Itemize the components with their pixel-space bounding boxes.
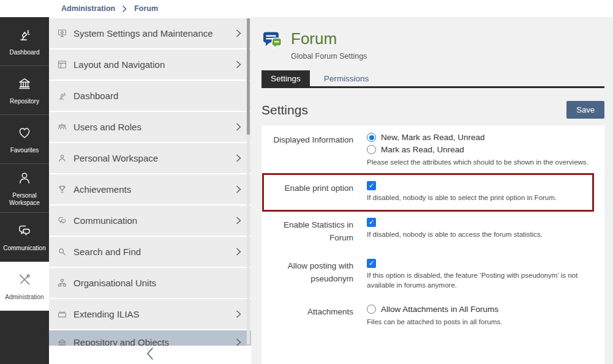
menu-item-label: System Settings and Maintenance (73, 28, 235, 39)
chevron-left-icon (145, 347, 155, 363)
form-row-enable-print-option: Enable print option ✓ If disabled, nobod… (264, 181, 592, 202)
menu-item-label: Achievements (73, 184, 235, 195)
menu-item-achievements[interactable]: Achievements (49, 174, 251, 204)
menu-item-label: Search and Find (73, 247, 235, 257)
page-title: Forum (291, 29, 367, 48)
main-nav-sidebar: Dashboard Repository Favourites Personal… (0, 17, 49, 364)
bank-icon (17, 76, 32, 94)
radio-unselected-icon[interactable] (367, 145, 376, 154)
menu-item-layout-navigation[interactable]: Layout and Navigation (49, 50, 251, 80)
admin-menu-list: System Settings and Maintenance Layout a… (49, 17, 251, 346)
tab-permissions[interactable]: Permissions (315, 70, 378, 86)
bank-icon (57, 337, 67, 346)
field-help: If this option is disabled, the feature … (367, 270, 604, 290)
breadcrumb: Administration Forum (61, 0, 158, 17)
menu-item-extending-ilias[interactable]: Extending ILIAS (49, 299, 251, 329)
sidebar-item-label: Personal Workspace (0, 192, 49, 207)
tab-bar: Settings Permissions (261, 70, 604, 88)
menu-item-label: Extending ILIAS (73, 309, 235, 319)
checkbox-checked-icon[interactable]: ✓ (367, 218, 376, 227)
page-subtitle: Global Forum Settings (291, 52, 367, 61)
trophy-icon (57, 184, 67, 195)
menu-item-label: Repository and Objects (73, 337, 235, 346)
brick-icon (57, 309, 67, 319)
menu-item-communication[interactable]: Communication (49, 206, 251, 236)
save-button[interactable]: Save (566, 101, 604, 119)
chevron-right-icon (235, 122, 243, 132)
top-bar: Administration Forum (0, 0, 613, 17)
checkbox-checked-icon[interactable]: ✓ (367, 259, 376, 268)
ilias-admin-forum-page: Administration Forum Dashboard Repositor… (0, 0, 613, 364)
chevron-right-icon (235, 185, 243, 194)
settings-form: Displayed Information New, Mark as Read,… (261, 125, 604, 364)
sidebar-item-dashboard[interactable]: Dashboard (0, 17, 49, 66)
sidebar-item-label: Favourites (9, 147, 41, 154)
scrollbar-thumb[interactable] (247, 18, 250, 135)
menu-item-label: Users and Roles (73, 122, 235, 132)
chevron-right-icon (235, 216, 243, 225)
lamp-icon (57, 91, 67, 101)
radio-option-mark-read-unread[interactable]: Mark as Read, Unread (367, 145, 604, 154)
chevron-right-icon (235, 310, 243, 319)
person-icon (57, 153, 67, 163)
menu-item-label: Dashboard (73, 91, 243, 101)
forum-icon (261, 29, 284, 53)
object-header: Forum Global Forum Settings (261, 29, 604, 61)
form-row-allow-pseudonym: Allow posting with pseudonym ✓ If this o… (261, 259, 604, 290)
field-label: Allow posting with pseudonym (261, 259, 353, 290)
field-help: If disabled, nobody is able to access th… (367, 229, 604, 239)
chat-bubbles-icon (17, 223, 32, 241)
chevron-right-icon (235, 338, 243, 346)
menu-item-personal-workspace[interactable]: Personal Workspace (49, 143, 251, 173)
object-header-text: Forum Global Forum Settings (291, 29, 367, 61)
monitor-gear-icon (57, 28, 67, 39)
radio-option-new-mark-read-unread[interactable]: New, Mark as Read, Unread (367, 133, 604, 142)
layout-icon (57, 59, 67, 70)
menu-item-system-settings[interactable]: System Settings and Maintenance (49, 18, 251, 48)
org-chart-icon (57, 278, 67, 288)
menu-item-organisational-units[interactable]: Organisational Units (49, 268, 251, 298)
radio-option-allow-attachments[interactable]: Allow Attachments in All Forums (367, 305, 604, 314)
sidebar-item-label: Dashboard (8, 49, 42, 56)
chevron-right-icon (235, 29, 243, 38)
menu-item-label: Communication (73, 215, 235, 226)
form-row-displayed-information: Displayed Information New, Mark as Read,… (261, 133, 604, 167)
sidebar-item-label: Communication (1, 245, 47, 252)
menu-item-users-roles[interactable]: Users and Roles (49, 112, 251, 142)
highlight-annotation-box: Enable print option ✓ If disabled, nobod… (262, 173, 594, 212)
users-group-icon (57, 122, 67, 132)
sidebar-item-administration[interactable]: Administration (0, 262, 49, 311)
menu-item-repository-objects[interactable]: Repository and Objects (49, 330, 251, 346)
sidebar-item-personal-workspace[interactable]: Personal Workspace (0, 164, 49, 213)
field-help: If disabled, nobody is able to select th… (367, 193, 592, 202)
chevron-right-icon (121, 6, 128, 12)
checkbox-checked-icon[interactable]: ✓ (367, 181, 376, 190)
field-help: Files can be attached to posts in all fo… (367, 317, 604, 327)
lamp-icon (17, 27, 32, 45)
sidebar-item-favourites[interactable]: Favourites (0, 115, 49, 164)
main-content: Forum Global Forum Settings Settings Per… (251, 17, 613, 364)
collapse-panel-button[interactable] (49, 346, 251, 364)
chat-bubbles-icon (57, 215, 67, 226)
radio-selected-icon[interactable] (367, 133, 376, 142)
form-row-attachments: Attachments Allow Attachments in All For… (261, 305, 604, 327)
sidebar-item-label: Administration (3, 294, 45, 301)
field-label: Displayed Information (261, 133, 353, 167)
sidebar-item-repository[interactable]: Repository (0, 66, 49, 115)
field-label: Attachments (261, 305, 353, 327)
breadcrumb-forum[interactable]: Forum (134, 4, 158, 13)
tab-settings[interactable]: Settings (261, 70, 310, 86)
section-title: Settings (261, 103, 308, 117)
menu-item-label: Layout and Navigation (73, 59, 235, 70)
sidebar-item-communication[interactable]: Communication (0, 213, 49, 262)
magnifier-icon (57, 247, 67, 257)
radio-unselected-icon[interactable] (367, 305, 376, 314)
breadcrumb-administration[interactable]: Administration (61, 4, 115, 13)
admin-menu-panel: System Settings and Maintenance Layout a… (49, 17, 251, 364)
menu-item-dashboard[interactable]: Dashboard (49, 81, 251, 111)
menu-item-search-find[interactable]: Search and Find (49, 237, 251, 267)
chevron-right-icon (235, 60, 243, 69)
form-row-enable-statistics: Enable Statistics in Forum ✓ If disabled… (261, 218, 604, 244)
chevron-right-icon (235, 247, 243, 256)
section-header: Settings Save (261, 101, 604, 119)
